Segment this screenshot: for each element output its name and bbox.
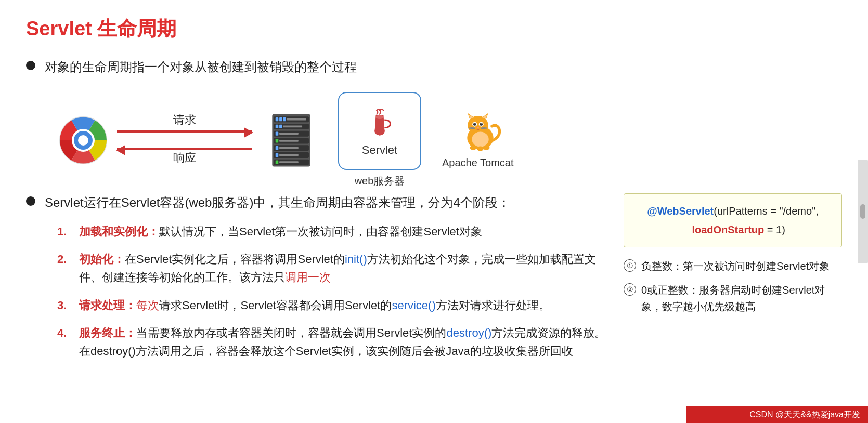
circle-text-2: 0或正整数：服务器启动时创建Servlet对象，数字越小优先级越高 xyxy=(641,282,842,315)
response-arrow-section: 响应 xyxy=(117,148,252,168)
bullet-section-2: Servlet运行在Servlet容器(web服务器)中，其生命周期由容器来管理… xyxy=(26,193,613,212)
code-line-2: loadOnStartup = 1) xyxy=(634,220,831,239)
svg-rect-15 xyxy=(276,131,279,135)
tomcat-svg xyxy=(455,111,501,153)
circle-item-1: ① 负整数：第一次被访问时创建Servlet对象 xyxy=(624,258,842,274)
svg-point-29 xyxy=(376,115,384,118)
svg-point-50 xyxy=(483,146,490,150)
servlet-box: Servlet xyxy=(338,92,421,170)
bullet-dot-2 xyxy=(26,196,35,206)
diagram-area: 请求 响应 xyxy=(57,92,842,188)
numbered-list: 1. 加载和实例化：默认情况下，当Servlet第一次被访问时，由容器创建Ser… xyxy=(57,222,613,360)
list-item-3: 3. 请求处理：每次请求Servlet时，Servlet容器都会调用Servle… xyxy=(57,296,613,314)
svg-point-3 xyxy=(78,135,88,146)
svg-point-49 xyxy=(477,146,484,151)
java-icon xyxy=(364,105,395,139)
svg-rect-28 xyxy=(279,161,299,163)
svg-rect-12 xyxy=(279,124,282,128)
item-text-2: 初始化：在Servlet实例化之后，容器将调用Servlet的init()方法初… xyxy=(79,250,613,286)
svg-point-31 xyxy=(468,116,488,135)
svg-rect-51 xyxy=(860,204,865,219)
tomcat-label: Apache Tomcat xyxy=(442,157,514,169)
code-line1-rest: (urlPatterns = "/demo", xyxy=(714,205,819,217)
main-container: Servlet 生命周期 对象的生命周期指一个对象从被创建到被销毁的整个过程 xyxy=(0,0,868,380)
item-text-3: 请求处理：每次请求Servlet时，Servlet容器都会调用Servlet的s… xyxy=(79,296,613,314)
code-line-1: @WebServlet(urlPatterns = "/demo", xyxy=(634,202,831,220)
destroy-code: destroy() xyxy=(446,326,491,339)
code-box: @WebServlet(urlPatterns = "/demo", loadO… xyxy=(624,193,842,247)
item-label-2: 初始化： xyxy=(79,253,125,266)
call-once-text: 调用一次 xyxy=(285,271,331,284)
svg-line-46 xyxy=(481,128,487,129)
request-arrow-section: 请求 xyxy=(117,112,252,133)
item-text-1: 加载和实例化：默认情况下，当Servlet第一次被访问时，由容器创建Servle… xyxy=(79,222,613,241)
list-item-1: 1. 加载和实例化：默认情况下，当Servlet第一次被访问时，由容器创建Ser… xyxy=(57,222,613,241)
svg-point-42 xyxy=(477,127,479,128)
circle-num-2: ② xyxy=(624,283,636,296)
svg-rect-16 xyxy=(279,133,299,135)
request-label: 请求 xyxy=(173,112,196,128)
page-title: Servlet 生命周期 xyxy=(26,16,842,42)
list-item-2: 2. 初始化：在Servlet实例化之后，容器将调用Servlet的init()… xyxy=(57,250,613,286)
svg-rect-25 xyxy=(279,154,299,156)
right-column: @WebServlet(urlPatterns = "/demo", loadO… xyxy=(624,193,842,322)
svg-rect-11 xyxy=(276,124,279,128)
svg-rect-27 xyxy=(276,160,279,164)
svg-point-47 xyxy=(472,132,488,147)
item-label-1: 加载和实例化： xyxy=(79,225,159,238)
web-servlet-annotation: @WebServlet xyxy=(647,205,714,217)
every-request: 每次 xyxy=(136,299,159,312)
bullet-text-1: 对象的生命周期指一个对象从被创建到被销毁的整个过程 xyxy=(45,58,357,76)
item-text-4: 服务终止：当需要释放内存或者容器关闭时，容器就会调用Servlet实例的dest… xyxy=(79,324,613,360)
arrows-wrapper: 请求 响应 xyxy=(117,112,252,168)
scrollbar[interactable] xyxy=(858,160,868,263)
item-label-3: 请求处理： xyxy=(79,299,136,312)
svg-rect-9 xyxy=(287,118,306,120)
web-server-label: web服务器 xyxy=(355,174,405,188)
circle-text-1: 负整数：第一次被访问时创建Servlet对象 xyxy=(641,258,830,274)
svg-rect-13 xyxy=(283,125,302,127)
svg-point-38 xyxy=(473,123,476,125)
item-number-4: 4. xyxy=(57,324,73,342)
server-box xyxy=(260,109,322,171)
web-server-container: Servlet web服务器 xyxy=(338,92,421,188)
svg-rect-18 xyxy=(276,139,279,142)
chrome-icon xyxy=(57,114,109,166)
response-arrow xyxy=(117,148,252,150)
scrollbar-thumb xyxy=(860,204,866,219)
bullet-dot-1 xyxy=(26,61,35,70)
svg-rect-21 xyxy=(276,146,279,150)
svg-rect-19 xyxy=(279,140,299,142)
service-code: service() xyxy=(392,299,435,312)
bottom-section: Servlet运行在Servlet容器(web服务器)中，其生命周期由容器来管理… xyxy=(26,193,842,369)
load-on-startup-code: loadOnStartup xyxy=(692,224,764,235)
svg-rect-7 xyxy=(279,117,282,121)
init-code: init() xyxy=(345,253,367,266)
code-line2-rest: = 1) xyxy=(764,224,785,235)
svg-rect-6 xyxy=(276,117,279,121)
svg-rect-24 xyxy=(276,153,279,156)
tomcat-area: Apache Tomcat xyxy=(442,111,514,169)
svg-point-48 xyxy=(470,146,476,150)
server-svg xyxy=(263,112,320,169)
bottom-bar: CSDN @天天&&热爱java开发 xyxy=(686,406,868,423)
bottom-bar-text: CSDN @天天&&热爱java开发 xyxy=(749,409,860,420)
bullet-text-2: Servlet运行在Servlet容器(web服务器)中，其生命周期由容器来管理… xyxy=(45,193,510,212)
svg-point-40 xyxy=(474,123,475,124)
left-column: Servlet运行在Servlet容器(web服务器)中，其生命周期由容器来管理… xyxy=(26,193,613,369)
request-arrow xyxy=(117,130,252,133)
circle-item-2: ② 0或正整数：服务器启动时创建Servlet对象，数字越小优先级越高 xyxy=(624,282,842,315)
svg-line-44 xyxy=(469,128,475,129)
servlet-label: Servlet xyxy=(362,143,397,157)
item-number-2: 2. xyxy=(57,250,73,268)
item-number-3: 3. xyxy=(57,296,73,314)
svg-rect-22 xyxy=(279,147,299,149)
bullet-section-1: 对象的生命周期指一个对象从被创建到被销毁的整个过程 xyxy=(26,58,842,76)
response-label: 响应 xyxy=(173,150,196,166)
list-item-4: 4. 服务终止：当需要释放内存或者容器关闭时，容器就会调用Servlet实例的d… xyxy=(57,324,613,360)
circle-num-1: ① xyxy=(624,259,636,272)
svg-rect-8 xyxy=(283,117,286,121)
svg-point-41 xyxy=(481,123,482,124)
item-number-1: 1. xyxy=(57,222,73,241)
svg-point-39 xyxy=(480,123,482,125)
